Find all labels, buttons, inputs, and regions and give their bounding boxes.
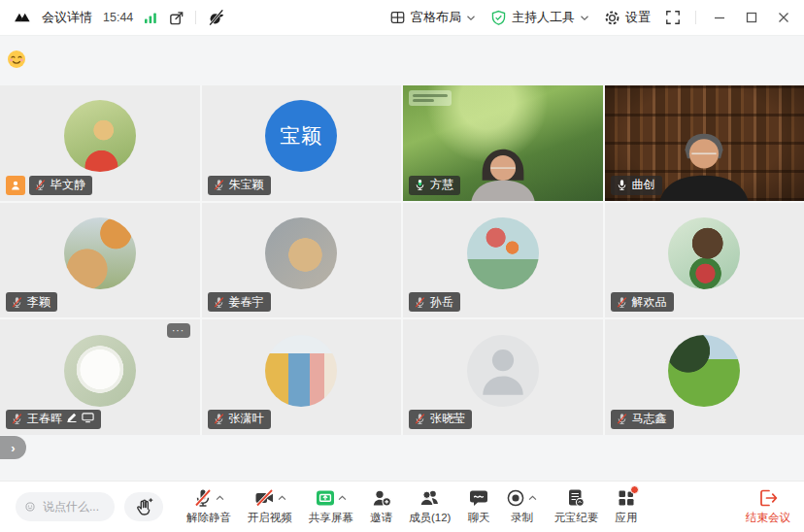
participant-tile-2[interactable]: 宝颖朱宝颖	[202, 85, 402, 201]
avatar-placeholder	[467, 335, 539, 407]
settings-label: 设置	[625, 9, 651, 26]
unmute-button[interactable]: 解除静音	[186, 488, 231, 525]
end-meeting-label: 结束会议	[746, 511, 790, 525]
grid-layout-icon	[389, 10, 406, 25]
mic-muted-icon	[193, 488, 213, 508]
share-screen-label: 共享屏幕	[309, 511, 353, 525]
members-button[interactable]: 成员(12)	[409, 488, 451, 525]
end-meeting-button[interactable]: 结束会议	[746, 488, 790, 525]
video-watermark	[409, 90, 452, 106]
participant-name: 曲创	[632, 177, 655, 193]
invite-button[interactable]: 邀请	[370, 488, 392, 525]
raise-hand-button[interactable]	[124, 492, 163, 521]
mic-muted-icon	[213, 413, 225, 425]
record-options-chevron[interactable]	[528, 495, 537, 501]
chevron-down-icon	[466, 15, 476, 21]
name-badge: 毕文静	[29, 176, 92, 195]
start-video-options-chevron[interactable]	[278, 495, 286, 501]
yuanbao-notes-button[interactable]: 元宝纪要	[553, 488, 598, 525]
name-badge: 李颖	[6, 292, 57, 312]
participant-name: 王春晖	[27, 411, 62, 427]
participant-tile-3[interactable]: 方慧	[403, 85, 603, 201]
meeting-details-button[interactable]: 会议详情	[42, 9, 92, 26]
open-external-icon[interactable]	[168, 10, 184, 26]
tile-badges: 毕文静	[6, 176, 92, 195]
tile-badges: 曲创	[611, 176, 662, 195]
share-screen-button[interactable]: 共享屏幕	[309, 488, 353, 525]
mic-muted-icon	[616, 296, 628, 309]
mic-on-icon	[616, 179, 628, 191]
record-icon	[506, 488, 525, 508]
side-panel-toggle[interactable]: ›	[0, 436, 26, 459]
minimize-button[interactable]	[711, 9, 728, 26]
start-video-button[interactable]: 开启视频	[248, 488, 292, 525]
mic-muted-icon	[11, 413, 23, 425]
participant-name: 李颖	[27, 294, 50, 311]
participant-tile-5[interactable]: 李颖	[0, 203, 200, 318]
participant-tile-8[interactable]: 解欢品	[605, 203, 804, 318]
avatar	[64, 217, 136, 289]
settings-button[interactable]: 设置	[604, 9, 651, 26]
divider	[195, 11, 196, 24]
name-badge: 方慧	[409, 176, 460, 195]
mic-muted-icon	[213, 179, 225, 191]
quick-message-pill[interactable]	[16, 492, 115, 521]
apps-button[interactable]: 应用	[615, 488, 637, 525]
share-screen-options-chevron[interactable]	[338, 495, 347, 501]
participant-tile-4[interactable]: 曲创	[605, 85, 804, 201]
participant-name: 解欢品	[632, 294, 667, 311]
pencil-icon	[66, 412, 78, 426]
participant-tile-12[interactable]: 马志鑫	[605, 319, 804, 435]
mic-muted-icon	[11, 296, 23, 309]
close-button[interactable]	[775, 9, 792, 26]
participant-tile-11[interactable]: 张晓莹	[403, 319, 603, 435]
participant-tile-7[interactable]: 孙岳	[403, 203, 603, 318]
chat-label: 聊天	[467, 511, 489, 525]
participant-tile-10[interactable]: 张潇叶	[202, 319, 402, 435]
participant-name: 张潇叶	[229, 411, 264, 427]
share-screen-icon	[316, 488, 335, 508]
smiley-icon	[25, 499, 35, 515]
participant-tile-6[interactable]: 姜春宇	[202, 203, 402, 318]
titlebar: 会议详情 15:44 宫格布局 主持人工具 设置	[0, 0, 804, 36]
message-input[interactable]	[41, 499, 105, 515]
name-badge: 曲创	[611, 176, 662, 195]
assistant-muted-icon[interactable]	[207, 9, 225, 26]
reaction-emoji	[7, 50, 26, 69]
mic-speaking-icon	[414, 179, 426, 191]
host-badge-icon	[6, 176, 25, 195]
unmute-options-chevron[interactable]	[216, 495, 224, 501]
mic-muted-icon	[616, 413, 628, 425]
tile-badges: 马志鑫	[611, 410, 674, 429]
layout-menu-button[interactable]: 宫格布局	[389, 9, 476, 26]
chat-button[interactable]: 聊天	[467, 488, 489, 525]
participant-name: 姜春宇	[229, 294, 264, 311]
tile-more-button[interactable]: ···	[167, 323, 190, 338]
toolbar-buttons: 解除静音开启视频共享屏幕邀请成员(12)聊天录制元宝纪要应用	[186, 488, 637, 525]
mic-muted-icon	[34, 179, 47, 191]
fullscreen-icon[interactable]	[665, 10, 681, 25]
gear-icon	[604, 10, 620, 26]
maximize-button[interactable]	[743, 9, 760, 26]
participant-name: 方慧	[430, 177, 453, 193]
members-label: 成员(12)	[409, 511, 451, 525]
leave-meeting-icon	[758, 488, 778, 508]
tile-badges: 孙岳	[409, 292, 460, 312]
name-badge: 姜春宇	[208, 292, 271, 312]
participant-name: 马志鑫	[632, 411, 667, 427]
notification-dot	[630, 485, 639, 494]
avatar	[64, 335, 136, 407]
invite-label: 邀请	[370, 511, 392, 525]
avatar	[64, 100, 136, 172]
tile-badges: 张潇叶	[208, 410, 271, 429]
record-button[interactable]: 录制	[506, 488, 537, 525]
tile-badges: 王春晖	[6, 410, 101, 429]
participant-tile-9[interactable]: 王春晖···	[0, 319, 200, 435]
avatar	[668, 335, 740, 407]
participant-tile-1[interactable]: 毕文静	[0, 85, 200, 201]
avatar: 宝颖	[265, 100, 337, 172]
shield-check-icon	[490, 10, 507, 26]
person-icon	[467, 335, 539, 407]
host-tools-button[interactable]: 主持人工具	[490, 9, 589, 26]
participant-grid: 毕文静宝颖朱宝颖方慧曲创李颖姜春宇孙岳解欢品王春晖···张潇叶张晓莹马志鑫	[0, 85, 804, 435]
